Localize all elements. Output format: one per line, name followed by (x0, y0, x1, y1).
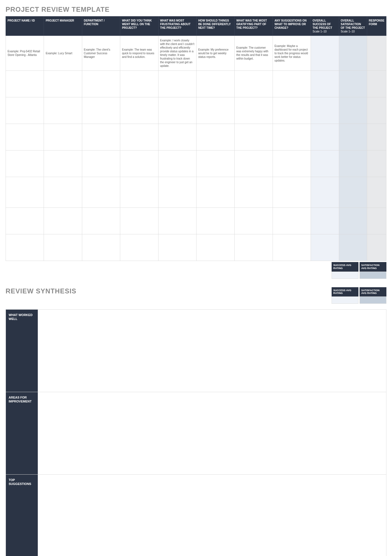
th-went-well: WHAT DID YOU THINK WENT WELL ON THE PROJ… (120, 17, 158, 36)
synth-body-suggestions[interactable] (38, 475, 386, 556)
cell-ex-well[interactable]: Example: The team was quick to respond t… (120, 36, 158, 71)
th-response-form: RESPONSE FORM (367, 17, 386, 36)
synth-label-worked-well: WHAT WORKED WELL (6, 310, 38, 392)
synth-label-improvement: AREAS FOR IMPROVEMENT (6, 392, 38, 475)
satisfaction-avg-head-2: SATISFACTION AVG RATING (360, 287, 386, 297)
table-row-example: Example: Proj-5432 Retail Store Opening … (6, 36, 386, 71)
table-row (6, 150, 386, 177)
synth-body-worked-well[interactable] (38, 310, 386, 392)
th-suggestions: ANY SUGGESTIONS ON WHAT TO IMPROVE OR CH… (273, 17, 311, 36)
satisfaction-avg-head: SATISFACTION AVG RATING (360, 262, 386, 272)
cell-ex-success[interactable] (311, 36, 339, 71)
cell-ex-satis[interactable] (339, 36, 367, 71)
table-row (6, 71, 386, 97)
satisfaction-avg-value[interactable] (360, 272, 386, 279)
th-project-name: PROJECT NAME / ID (6, 17, 44, 36)
table-row (6, 177, 386, 208)
page-title-main: PROJECT REVIEW TEMPLATE (6, 6, 386, 13)
cell-ex-sugg[interactable]: Example: Maybe a dashboard for each proj… (273, 36, 311, 71)
cell-ex-name[interactable]: Example: Proj-5432 Retail Store Opening … (6, 36, 44, 71)
th-success: OVERALL SUCCESS OF THE PROJECTScale 1–10 (311, 17, 339, 36)
success-avg-value-2[interactable] (332, 296, 358, 304)
th-department: DEPARTMENT / FUNCTION (82, 17, 120, 36)
avg-rating-row-1: SUCCESS AVG RATING SATISFACTION AVG RATI… (6, 262, 386, 279)
th-frustrating: WHAT WAS MOST FRUSTRATING ABOUT THE PROJ… (158, 17, 196, 36)
th-gratifying: WHAT WAS THE MOST GRATIFYING PART OF THE… (235, 17, 273, 36)
cell-ex-dept[interactable]: Example: The client's Customer Success M… (82, 36, 120, 71)
th-project-mgr: PROJECT MANAGER (44, 17, 82, 36)
success-avg-value[interactable] (332, 272, 358, 279)
success-avg-head: SUCCESS AVG RATING (332, 262, 358, 272)
page-title-synth: REVIEW SYNTHESIS (6, 287, 332, 295)
synth-body-improvement[interactable] (38, 392, 386, 475)
synth-label-suggestions: TOP SUGGESTIONS (6, 475, 38, 556)
th-satisfaction: OVERALL SATISFACTION OF THE PROJECTScale… (339, 17, 367, 36)
cell-ex-mgr[interactable]: Example: Lucy Smart (44, 36, 82, 71)
cell-ex-grat[interactable]: Example: The customer was extremely happ… (235, 36, 273, 71)
review-synthesis-table: WHAT WORKED WELL AREAS FOR IMPROVEMENT T… (6, 309, 386, 556)
satisfaction-avg-value-2[interactable] (360, 296, 386, 304)
cell-ex-diff[interactable]: Example: My preference would be to get w… (196, 36, 234, 71)
cell-ex-frust[interactable]: Example: I work closely with the client … (158, 36, 196, 71)
th-differently: HOW SHOULD THINGS BE DONE DIFFERENTLY NE… (196, 17, 234, 36)
avg-rating-row-2: SUCCESS AVG RATING SATISFACTION AVG RATI… (332, 287, 386, 304)
project-review-table: PROJECT NAME / ID PROJECT MANAGER DEPART… (6, 16, 386, 261)
table-row (6, 234, 386, 261)
table-row (6, 124, 386, 150)
success-avg-head-2: SUCCESS AVG RATING (332, 287, 358, 297)
cell-ex-resp[interactable] (367, 36, 386, 71)
table-row (6, 208, 386, 234)
table-row (6, 97, 386, 124)
